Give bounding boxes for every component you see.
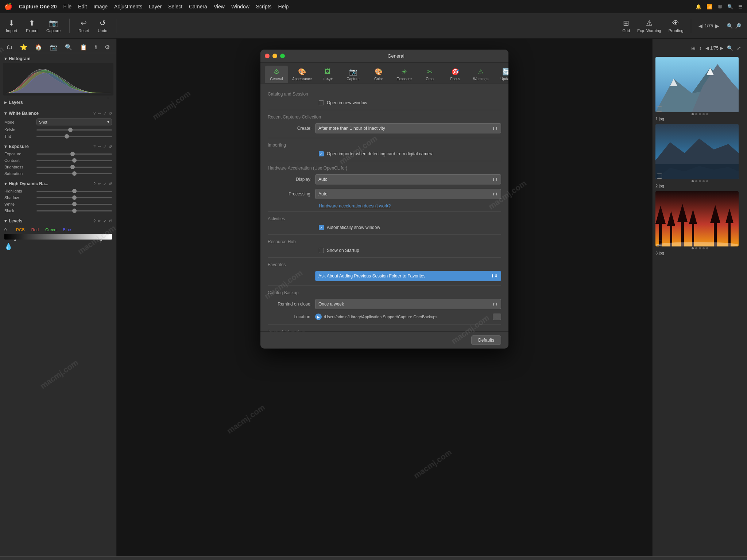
camera-menu[interactable]: Camera	[189, 4, 207, 9]
app-name[interactable]: Capture One 20	[19, 4, 57, 9]
notification-icon[interactable]: 🔔	[696, 4, 701, 9]
sort-icon[interactable]: ↕	[699, 45, 702, 51]
hdr-reset-icon[interactable]: ↺	[109, 182, 112, 186]
levels-eyedropper[interactable]: 💧	[4, 241, 112, 252]
left-tool-capture[interactable]: 📷	[50, 44, 57, 51]
control-center-icon[interactable]: ☰	[738, 4, 743, 9]
processing-select[interactable]: Auto ⬆⬇	[315, 189, 501, 199]
levels-reset-icon[interactable]: ↺	[109, 219, 112, 223]
maximize-button[interactable]	[280, 54, 285, 58]
left-tool-catalog[interactable]: 🗂	[7, 44, 12, 51]
remind-select[interactable]: Once a week ⬆⬇	[315, 299, 501, 309]
brightness-thumb[interactable]	[70, 165, 75, 169]
red-channel-button[interactable]: Red	[29, 227, 41, 232]
hdr-header[interactable]: ▾ High Dynamic Ra... ? ✏ ⤢ ↺	[0, 180, 116, 188]
edit-menu[interactable]: Edit	[78, 4, 87, 9]
defaults-button[interactable]: Defaults	[471, 335, 501, 345]
hardware-help-link[interactable]: Hardware acceleration doesn't work?	[268, 203, 501, 209]
contrast-track[interactable]	[36, 160, 112, 161]
counter-left-icon[interactable]: ◀	[705, 46, 709, 51]
export-button[interactable]: ⬆ Export	[26, 19, 38, 33]
left-tool-info[interactable]: ℹ	[95, 44, 97, 51]
white-thumb[interactable]	[72, 202, 77, 206]
counter-right-icon[interactable]: ▶	[720, 46, 723, 51]
image-menu[interactable]: Image	[93, 4, 108, 9]
tab-exposure[interactable]: ☀ Exposure	[392, 66, 416, 83]
search-menubar-icon[interactable]: 🔍	[727, 4, 733, 9]
highlights-track[interactable]	[36, 191, 112, 192]
levels-header[interactable]: ▾ Levels ? ✏ ⤢ ↺	[0, 217, 116, 225]
view-menu[interactable]: View	[214, 4, 225, 9]
thumb-checkbox-2[interactable]	[657, 174, 662, 179]
tint-track[interactable]	[36, 136, 112, 137]
shadow-thumb[interactable]	[72, 195, 77, 200]
left-tool-image[interactable]: 🏠	[35, 44, 42, 51]
view-toggle-icon[interactable]: ⊞	[691, 45, 696, 51]
exposure-header[interactable]: ▾ Exposure ? ✏ ⤢ ↺	[0, 143, 116, 151]
close-button[interactable]	[265, 54, 270, 58]
capture-button[interactable]: 📷 Capture	[46, 19, 61, 33]
white-track[interactable]	[36, 204, 112, 205]
favorites-select[interactable]: Ask About Adding Previous Session Folder…	[315, 271, 501, 281]
hdr-expand-icon[interactable]: ⤢	[103, 182, 107, 186]
reset-button[interactable]: ↩ Reset	[78, 19, 89, 33]
tint-thumb[interactable]	[65, 134, 69, 139]
left-tool-filters[interactable]: 📋	[80, 44, 87, 51]
apple-menu[interactable]: 🍎	[4, 3, 12, 11]
tab-general[interactable]: ⚙ General	[265, 66, 288, 83]
highlights-thumb[interactable]	[72, 189, 77, 193]
zoom-out-icon[interactable]: 🔍	[727, 23, 733, 29]
left-tool-search[interactable]: 🔍	[65, 44, 72, 51]
blue-channel-button[interactable]: Blue	[61, 227, 73, 232]
counter-next-icon[interactable]: ▶	[715, 23, 719, 29]
brightness-track[interactable]	[36, 167, 112, 168]
levels-right-pointer[interactable]: ▲	[100, 238, 103, 242]
black-thumb[interactable]	[72, 209, 77, 213]
contrast-thumb[interactable]	[72, 158, 77, 163]
file-menu[interactable]: File	[63, 4, 71, 9]
green-channel-button[interactable]: Green	[43, 227, 59, 232]
proofing-button[interactable]: 👁 Proofing	[669, 19, 684, 33]
black-track[interactable]	[36, 210, 112, 211]
open-importer-checkbox[interactable]	[319, 151, 324, 156]
exp-warning-button[interactable]: ⚠ Exp. Warning	[637, 19, 661, 33]
hdr-edit-icon[interactable]: ✏	[98, 182, 101, 186]
exposure-thumb[interactable]	[70, 152, 75, 156]
histogram-header[interactable]: ▾ Histogram	[0, 55, 116, 63]
exp-reset-icon[interactable]: ↺	[109, 144, 112, 149]
thumbnail-1[interactable]: 1.jpg	[655, 57, 744, 122]
zoom-in-icon[interactable]: 🔎	[735, 23, 741, 29]
thumbnail-2[interactable]: 2.jpg	[655, 124, 744, 189]
counter-prev-icon[interactable]: ◀	[698, 23, 703, 29]
wb-reset-icon[interactable]: ↺	[109, 111, 112, 116]
auto-show-checkbox[interactable]	[319, 225, 324, 230]
thumbnail-3[interactable]: 3.jpg	[655, 191, 744, 256]
exp-expand-icon[interactable]: ⤢	[103, 144, 107, 149]
wb-header[interactable]: ▾ White Balance ? ✏ ⤢ ↺	[0, 109, 116, 117]
tab-color[interactable]: 🎨 Color	[367, 66, 390, 83]
tab-appearance[interactable]: 🎨 Appearance	[290, 66, 314, 83]
exposure-track[interactable]	[36, 153, 112, 155]
levels-edit-icon[interactable]: ✏	[98, 219, 101, 223]
tab-capture[interactable]: 📷 Capture	[341, 66, 365, 83]
kelvin-thumb[interactable]	[68, 128, 73, 132]
fullscreen-icon[interactable]: ⤢	[737, 45, 741, 51]
tab-focus[interactable]: 🎯 Focus	[444, 66, 467, 83]
layer-menu[interactable]: Layer	[149, 4, 162, 9]
wb-mode-select[interactable]: Shot ▾	[36, 118, 112, 125]
adjustments-menu[interactable]: Adjustments	[114, 4, 142, 9]
display-icon[interactable]: 🖥	[717, 4, 722, 9]
tab-update[interactable]: 🔄 Update	[495, 66, 508, 83]
create-select[interactable]: After more than 1 hour of inactivity ⬆⬇	[315, 123, 501, 133]
wb-expand-icon[interactable]: ⤢	[103, 111, 107, 116]
select-menu[interactable]: Select	[168, 4, 182, 9]
left-tool-current[interactable]: ⭐	[20, 44, 27, 51]
thumb-checkbox-1[interactable]	[657, 106, 662, 112]
import-button[interactable]: ⬇ Import	[6, 19, 17, 33]
window-menu[interactable]: Window	[231, 4, 249, 9]
tab-crop[interactable]: ✂ Crop	[418, 66, 441, 83]
kelvin-track[interactable]	[36, 129, 112, 131]
help-menu[interactable]: Help	[278, 4, 289, 9]
zoom-right-icon[interactable]: 🔍	[727, 45, 733, 51]
open-new-window-checkbox[interactable]	[319, 100, 324, 105]
